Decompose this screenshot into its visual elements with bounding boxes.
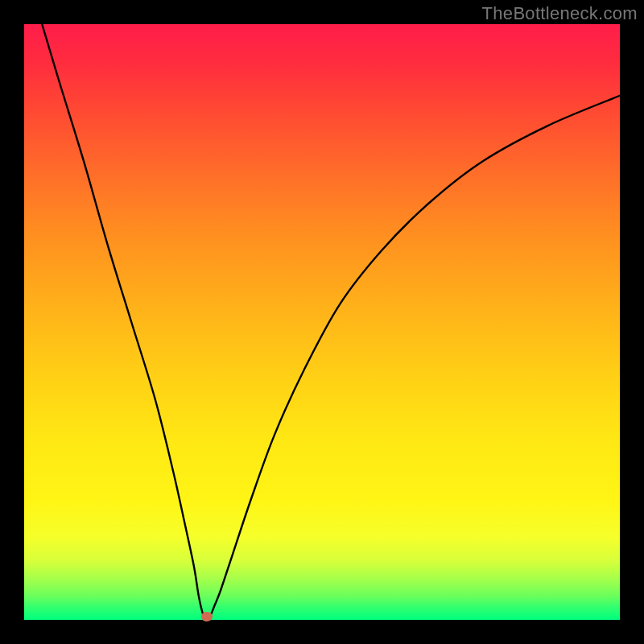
bottleneck-curve: [24, 24, 620, 620]
optimal-point-marker: [201, 612, 213, 621]
watermark-text: TheBottleneck.com: [482, 3, 638, 24]
chart-container: TheBottleneck.com: [0, 0, 644, 644]
plot-area: [24, 24, 620, 620]
